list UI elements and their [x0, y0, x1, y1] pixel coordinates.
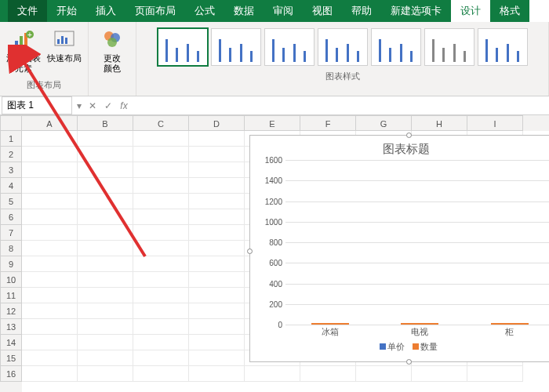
row-header[interactable]: 10 — [0, 272, 22, 288]
tab-page-layout[interactable]: 页面布局 — [125, 0, 185, 22]
svg-rect-0 — [15, 41, 18, 47]
svg-rect-8 — [65, 38, 67, 44]
formula-input[interactable] — [132, 104, 549, 107]
worksheet: 12345678910111213141516 ABCDEFGHI 图表标题 0… — [0, 115, 549, 392]
row-header[interactable]: 8 — [0, 241, 22, 256]
row-header[interactable]: 3 — [0, 162, 22, 178]
chart-style-1[interactable] — [158, 28, 208, 66]
row-header[interactable]: 13 — [0, 319, 22, 335]
svg-rect-6 — [57, 39, 60, 44]
group-chart-styles: 图表样式 — [136, 22, 549, 96]
row-header[interactable]: 16 — [0, 366, 22, 382]
tab-file[interactable]: 文件 — [8, 0, 47, 22]
chart-style-6[interactable] — [424, 28, 474, 66]
chart-style-gallery — [155, 25, 531, 69]
row-header[interactable]: 2 — [0, 147, 22, 162]
group-change-colors: 更改 颜色 — [89, 22, 136, 96]
row-header[interactable]: 1 — [0, 131, 22, 147]
column-header[interactable]: F — [300, 115, 356, 131]
svg-rect-7 — [61, 36, 64, 44]
cancel-icon[interactable]: ✕ — [85, 100, 100, 111]
name-box[interactable]: 图表 1 — [2, 96, 72, 114]
tab-new[interactable]: 新建选项卡 — [381, 0, 451, 22]
column-header[interactable]: I — [467, 115, 523, 131]
chart-title[interactable]: 图表标题 — [250, 136, 549, 160]
column-header[interactable]: D — [189, 115, 245, 131]
embedded-chart[interactable]: 图表标题 02004006008001000120014001600 冰箱电视柜… — [249, 135, 549, 362]
column-header[interactable]: B — [78, 115, 133, 131]
tab-format[interactable]: 格式 — [490, 0, 529, 22]
row-header[interactable]: 6 — [0, 209, 22, 225]
svg-point-11 — [107, 38, 117, 47]
select-all-corner[interactable] — [0, 115, 22, 131]
change-colors-icon — [100, 27, 125, 52]
enter-icon[interactable]: ✓ — [100, 100, 116, 111]
chart-style-2[interactable] — [211, 28, 261, 66]
group-label-styles: 图表样式 — [325, 69, 360, 84]
quick-layout-button[interactable]: 快速布局 — [45, 25, 83, 78]
row-header[interactable]: 7 — [0, 225, 22, 241]
formula-bar: 图表 1 ▾ ✕ ✓ fx — [0, 96, 549, 115]
tab-data[interactable]: 数据 — [224, 0, 264, 22]
chart-style-5[interactable] — [371, 28, 421, 66]
tab-formulas[interactable]: 公式 — [185, 0, 224, 22]
add-chart-element-icon: + — [11, 27, 36, 52]
column-headers: ABCDEFGHI — [22, 115, 549, 131]
chart-plot-area[interactable]: 02004006008001000120014001600 — [285, 160, 549, 325]
ribbon-tabs: 文件 开始 插入 页面布局 公式 数据 审阅 视图 帮助 新建选项卡 设计 格式 — [0, 0, 549, 22]
add-chart-element-button[interactable]: + 添加图表 元素 — [5, 25, 42, 78]
row-header[interactable]: 11 — [0, 288, 22, 303]
row-header[interactable]: 15 — [0, 350, 22, 366]
chart-x-axis: 冰箱电视柜 — [285, 326, 549, 338]
tab-insert[interactable]: 插入 — [86, 0, 125, 22]
quick-layout-icon — [52, 27, 77, 52]
change-colors-button[interactable]: 更改 颜色 — [93, 25, 131, 80]
tab-help[interactable]: 帮助 — [342, 0, 381, 22]
tab-review[interactable]: 审阅 — [264, 0, 303, 22]
fx-icon[interactable]: fx — [116, 100, 132, 111]
chart-style-3[interactable] — [264, 28, 314, 66]
column-header[interactable]: E — [245, 115, 300, 131]
chart-style-4[interactable] — [318, 28, 368, 66]
column-header[interactable]: G — [356, 115, 412, 131]
svg-text:+: + — [27, 31, 32, 39]
row-header[interactable]: 14 — [0, 335, 22, 350]
name-box-dropdown-icon[interactable]: ▾ — [74, 100, 85, 111]
column-header[interactable]: C — [133, 115, 189, 131]
group-label-layout: 图表布局 — [27, 78, 61, 93]
column-header[interactable]: A — [22, 115, 78, 131]
tab-view[interactable]: 视图 — [303, 0, 342, 22]
change-colors-label: 更改 颜色 — [104, 53, 121, 74]
column-header[interactable]: H — [412, 115, 467, 131]
quick-layout-label: 快速布局 — [47, 53, 82, 64]
chart-style-7[interactable] — [478, 28, 528, 66]
tab-design[interactable]: 设计 — [451, 0, 490, 22]
row-header[interactable]: 4 — [0, 178, 22, 194]
row-header[interactable]: 5 — [0, 194, 22, 209]
tab-home[interactable]: 开始 — [47, 0, 86, 22]
svg-rect-1 — [20, 36, 23, 47]
row-header[interactable]: 9 — [0, 256, 22, 272]
group-chart-layout: + 添加图表 元素 快速布局 图表布局 — [0, 22, 89, 96]
row-header[interactable]: 12 — [0, 303, 22, 319]
chart-legend[interactable]: 单价 数量 — [250, 341, 549, 353]
add-chart-element-label: 添加图表 元素 — [6, 53, 41, 74]
row-headers: 12345678910111213141516 — [0, 115, 22, 392]
ribbon: + 添加图表 元素 快速布局 图表布局 更改 颜色 — [0, 22, 549, 96]
